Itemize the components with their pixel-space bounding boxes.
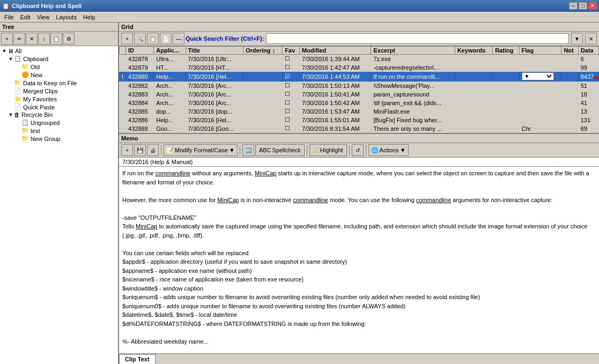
minimize-button[interactable]: ─ bbox=[569, 2, 578, 10]
data-grid: ID Applic... Title Ordering ↕ Fav Modifi… bbox=[119, 46, 599, 134]
favorites-icon: ⭐ bbox=[14, 95, 21, 102]
actions-button[interactable]: 🌐 Actions ▼ bbox=[368, 144, 409, 156]
expand-recycle[interactable]: ▼ bbox=[8, 112, 14, 117]
table-row[interactable]: 432883Arch...7/30/2016 [Arc...☐7/30/2016… bbox=[120, 90, 599, 99]
grid-header-row: ID Applic... Title Ordering ↕ Fav Modifi… bbox=[120, 47, 599, 55]
test-icon: 📁 bbox=[21, 127, 29, 134]
table-row[interactable]: I432880Help...7/30/2016 [Hel...☑7/30/201… bbox=[120, 72, 599, 81]
col-app[interactable]: Applic... bbox=[154, 47, 186, 55]
highlight-label: Highlight bbox=[320, 147, 343, 153]
tree-label-recycle: Recycle Bin bbox=[21, 112, 53, 118]
spellcheck-button[interactable]: ABC Spellcheck bbox=[255, 144, 305, 156]
table-row[interactable]: 432879HT...7/30/2016 [HT...☐7/30/2016 1:… bbox=[120, 63, 599, 72]
menu-help[interactable]: Help bbox=[80, 13, 99, 21]
memo-icon1-button[interactable]: 🔤 bbox=[242, 144, 254, 156]
tree-content[interactable]: ▼ 🖥 All ▼ 📋 Clipboard ▷ 📁 Old ▷ 🟠 New bbox=[0, 46, 118, 364]
col-indicator[interactable] bbox=[120, 47, 126, 55]
table-row[interactable]: 432878Ultra...7/30/2016 [Ultr...☐7/30/20… bbox=[120, 55, 599, 63]
col-modified[interactable]: Modified bbox=[300, 47, 371, 55]
tree-item-ungrouped[interactable]: ▷ 📋 Ungrouped bbox=[1, 118, 117, 127]
memo-print-button[interactable]: 🖨 bbox=[147, 144, 159, 156]
col-flag[interactable]: Flag bbox=[519, 47, 561, 55]
memo-header: Memo bbox=[119, 134, 599, 143]
clip-text-tab[interactable]: Clip Text bbox=[119, 354, 156, 364]
menu-edit[interactable]: Edit bbox=[17, 13, 34, 21]
col-rating[interactable]: Rating bbox=[493, 47, 519, 55]
col-keywords[interactable]: Keywords bbox=[455, 47, 492, 55]
menu-layouts[interactable]: Layouts bbox=[53, 13, 80, 21]
separator-3 bbox=[307, 145, 307, 155]
table-row[interactable]: 432888Goo...7/30/2016 [Goo...☐7/30/2016 … bbox=[120, 124, 599, 133]
memo-save-button[interactable]: 💾 bbox=[134, 144, 146, 156]
expand-clipboard[interactable]: ▼ bbox=[8, 56, 14, 62]
col-title[interactable]: Title bbox=[186, 47, 243, 55]
tree-item-clipboard[interactable]: ▼ 📋 Clipboard bbox=[1, 55, 117, 63]
table-row[interactable]: 432885dop...7/30/2016 [dop...☐7/30/2016 … bbox=[120, 107, 599, 116]
col-ordering[interactable]: Ordering ↕ bbox=[243, 47, 282, 55]
memo-content[interactable]: If run on the commandline without any ar… bbox=[119, 167, 599, 353]
app-title: Clipboard Help and Spell bbox=[12, 3, 569, 9]
tree-delete-button[interactable]: ✕ bbox=[26, 33, 38, 44]
grid-minus-button[interactable]: — bbox=[173, 33, 184, 44]
memo-refresh-button[interactable]: ↺ bbox=[352, 144, 364, 156]
col-fav[interactable]: Fav bbox=[283, 47, 300, 55]
search-dropdown-button[interactable]: ▼ bbox=[571, 33, 583, 44]
modify-format-button[interactable]: 📝 Modify Format/Case ▼ bbox=[164, 144, 238, 156]
tree-item-favorites[interactable]: ▷ ⭐ My Favorites bbox=[1, 95, 117, 103]
col-note[interactable]: Not bbox=[561, 47, 578, 55]
table-row[interactable]: 432886Help...7/30/2016 [Hel...☐7/30/2016… bbox=[120, 116, 599, 124]
maximize-button[interactable]: □ bbox=[579, 2, 587, 10]
close-button[interactable]: ✕ bbox=[588, 2, 597, 10]
tree-item-new[interactable]: ▷ 🟠 New bbox=[1, 71, 117, 79]
tree-item-test[interactable]: ▷ 📁 test bbox=[1, 127, 117, 135]
expand-all[interactable]: ▼ bbox=[1, 48, 8, 54]
grid-section: Grid + 🔍 📋 📄 — Quick Search Filter (Ctrl… bbox=[119, 23, 599, 134]
data-keep-icon: 📁 bbox=[14, 79, 21, 86]
tree-item-all[interactable]: ▼ 🖥 All bbox=[1, 47, 117, 55]
tree-label-ungrouped: Ungrouped bbox=[31, 120, 60, 126]
grid-add-button[interactable]: + bbox=[121, 33, 133, 44]
highlight-button[interactable]: 🖊 Highlight bbox=[309, 144, 347, 156]
tree-item-new-group[interactable]: ▷ 📁 New Group bbox=[1, 135, 117, 143]
grid-header: Grid bbox=[119, 23, 599, 32]
tree-label-quick-paste: Quick Paste bbox=[23, 104, 55, 110]
clipboard-icon: 📋 bbox=[14, 55, 21, 62]
tree-item-recycle[interactable]: ▼ 🗑 Recycle Bin bbox=[1, 111, 117, 118]
grid-copy-button[interactable]: 📋 bbox=[147, 33, 159, 44]
search-filter: Quick Search Filter (Ctrl+F): ▼ ✕ bbox=[186, 33, 597, 44]
grid-toolbar: + 🔍 📋 📄 — Quick Search Filter (Ctrl+F): … bbox=[119, 32, 599, 46]
search-label: Quick Search Filter (Ctrl+F): bbox=[186, 35, 264, 42]
tree-item-merged[interactable]: ▷ 📄 Merged Clips bbox=[1, 87, 117, 95]
menu-view[interactable]: View bbox=[34, 13, 53, 21]
tree-item-data-keep[interactable]: ▷ 📁 Data to Keep on File bbox=[1, 79, 117, 87]
actions-arrow: ▼ bbox=[400, 147, 406, 153]
tree-edit-button[interactable]: ✏ bbox=[13, 33, 25, 44]
tree-panel: Tree + ✏ ✕ ↕ 📋 ⚙ ▼ 🖥 All ▼ 📋 Clipboard bbox=[0, 23, 119, 364]
tree-settings-button[interactable]: ⚙ bbox=[63, 33, 75, 44]
new-icon: 🟠 bbox=[21, 71, 29, 78]
spellcheck-label: Spellcheck bbox=[272, 147, 301, 153]
search-clear-button[interactable]: ✕ bbox=[585, 33, 597, 44]
search-input[interactable] bbox=[266, 33, 569, 44]
tree-add-button[interactable]: + bbox=[1, 33, 13, 44]
col-data[interactable]: Data bbox=[578, 47, 598, 55]
menu-file[interactable]: File bbox=[1, 13, 17, 21]
new-group-icon: 📁 bbox=[21, 135, 29, 142]
tree-label-clipboard: Clipboard bbox=[23, 56, 48, 62]
grid-paste-button[interactable]: 📄 bbox=[160, 33, 172, 44]
tree-copy-button[interactable]: 📋 bbox=[50, 33, 62, 44]
tree-item-old[interactable]: ▷ 📁 Old bbox=[1, 63, 117, 71]
tree-item-quick-paste[interactable]: ▷ 📄 Quick Paste bbox=[1, 103, 117, 111]
table-row[interactable]: 432882Arch...7/30/2016 [Arc...☐7/30/2016… bbox=[120, 81, 599, 90]
old-icon: 📁 bbox=[21, 63, 29, 70]
col-id[interactable]: ID bbox=[126, 47, 154, 55]
merged-icon: 📄 bbox=[14, 87, 21, 94]
col-excerpt[interactable]: Excerpt bbox=[371, 47, 455, 55]
separator-2 bbox=[240, 145, 240, 155]
table-row[interactable]: 432884Arch...7/30/2016 [Arc...☐7/30/2016… bbox=[120, 99, 599, 107]
tree-toolbar: + ✏ ✕ ↕ 📋 ⚙ bbox=[0, 32, 118, 46]
tree-move-button[interactable]: ↕ bbox=[38, 33, 50, 44]
grid-search-button[interactable]: 🔍 bbox=[134, 33, 146, 44]
memo-add-button[interactable]: + bbox=[121, 144, 133, 156]
separator-1 bbox=[161, 145, 161, 155]
